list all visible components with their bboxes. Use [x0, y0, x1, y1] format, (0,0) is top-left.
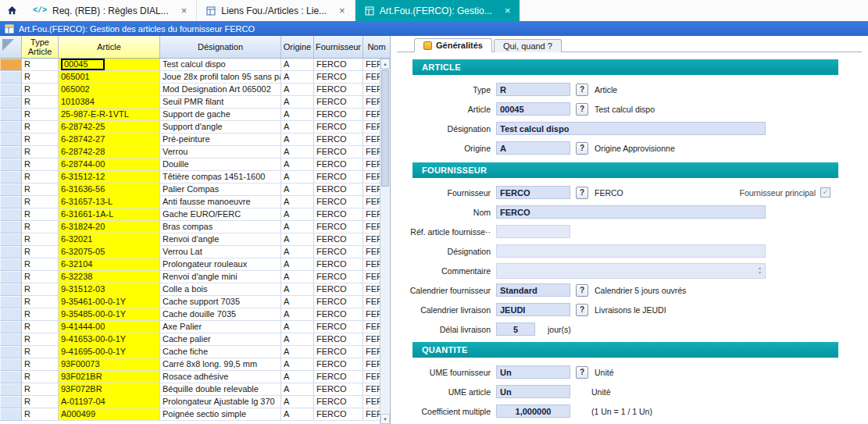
cell-type-article[interactable]: R [22, 109, 59, 121]
cell-type-article[interactable]: R [22, 308, 59, 321]
cell-origine[interactable]: A [281, 283, 314, 296]
table-row[interactable]: R 6-31636-56 Palier Compas A FERCO FERCO [0, 183, 390, 196]
cell-article[interactable]: 93F00073 [59, 358, 160, 371]
cell-article[interactable]: A-01197-04 [59, 396, 160, 408]
calendrier-livraison-field[interactable]: JEUDI [496, 303, 570, 316]
cell-article[interactable]: 25-987-E-R-1VTL [59, 109, 160, 121]
cell-origine[interactable]: A [281, 171, 314, 183]
row-selector[interactable] [0, 84, 22, 96]
cell-fournisseur[interactable]: FERCO [314, 358, 363, 371]
cell-article[interactable]: 6-31824-20 [59, 221, 160, 233]
cell-designation[interactable]: Poignée sectio simple [160, 408, 281, 421]
commentaire-scrollbar[interactable]: ▲ ▼ [758, 266, 762, 275]
cell-designation[interactable]: Cache support 7035 [160, 296, 281, 308]
cell-type-article[interactable]: R [22, 383, 59, 396]
row-selector[interactable] [0, 96, 22, 109]
row-selector[interactable] [0, 208, 22, 221]
cell-article[interactable]: 6-28742-27 [59, 134, 160, 146]
table-row[interactable]: R 9-31512-03 Colle a bois A FERCO FERCO [0, 283, 390, 296]
cell-origine[interactable]: A [281, 408, 314, 421]
origine-field[interactable]: A [496, 141, 570, 155]
cell-fournisseur[interactable]: FERCO [314, 396, 363, 408]
table-row[interactable]: R 6-28744-00 Douille A FERCO FERCO [0, 159, 390, 171]
cell-origine[interactable]: A [281, 233, 314, 246]
cell-designation[interactable]: Renvoi d'angle mini [160, 271, 281, 283]
cell-article[interactable]: 6-31512-12 [59, 171, 160, 183]
row-selector[interactable] [0, 246, 22, 258]
row-selector[interactable] [0, 271, 22, 283]
help-button[interactable]: ? [576, 366, 588, 379]
table-row[interactable]: R 9-41653-00-0-1Y Cache palier A FERCO F… [0, 333, 390, 346]
cell-fournisseur[interactable]: FERCO [314, 71, 363, 84]
cell-designation[interactable]: Béquille double relevable [160, 383, 281, 396]
table-row[interactable]: R 93F072BR Béquille double relevable A F… [0, 383, 390, 396]
cell-origine[interactable]: A [281, 383, 314, 396]
help-button[interactable]: ? [576, 304, 588, 316]
table-row[interactable]: R 6-31661-1A-L Gache EURO/FERC A FERCO F… [0, 208, 390, 221]
cell-origine[interactable]: A [281, 221, 314, 233]
cell-type-article[interactable]: R [22, 333, 59, 346]
cell-designation[interactable]: Prolongateur Ajustable lg 370 [160, 396, 281, 408]
cell-type-article[interactable]: R [22, 396, 59, 408]
cell-type-article[interactable]: R [22, 146, 59, 159]
help-button[interactable]: ? [576, 84, 588, 96]
table-row[interactable]: R 6-32238 Renvoi d'angle mini A FERCO FE… [0, 271, 390, 283]
table-row[interactable]: R 6-28742-27 Pré-peinture A FERCO FERCO [0, 134, 390, 146]
cell-fournisseur[interactable]: FERCO [314, 183, 363, 196]
cell-type-article[interactable]: R [22, 183, 59, 196]
table-row[interactable]: R 1010384 Seuil PMR filant A FERCO FERCO [0, 96, 390, 109]
cell-article[interactable]: 6-32104 [59, 258, 160, 271]
cell-article[interactable]: 6-28742-28 [59, 146, 160, 159]
tab-art-fou-ferco[interactable]: Art.Fou.(FERCO): Gestio... × [355, 0, 520, 21]
row-selector[interactable] [0, 408, 22, 421]
cell-fournisseur[interactable]: FERCO [314, 371, 363, 383]
cell-origine[interactable]: A [281, 333, 314, 346]
cell-fournisseur[interactable]: FERCO [314, 121, 363, 134]
cell-article[interactable]: 6-32075-05 [59, 246, 160, 258]
cell-fournisseur[interactable]: FERCO [314, 333, 363, 346]
cell-fournisseur[interactable]: FERCO [314, 346, 363, 358]
row-selector[interactable] [0, 171, 22, 183]
designation-fournisseur-field[interactable] [496, 244, 766, 258]
cell-designation[interactable]: Têtière compas 1451-1600 [160, 171, 281, 183]
cell-designation[interactable]: Seuil PMR filant [160, 96, 281, 109]
cell-designation[interactable]: Renvoi d'angle [160, 233, 281, 246]
cell-article[interactable]: 6-31657-13-L [59, 196, 160, 208]
cell-type-article[interactable]: R [22, 358, 59, 371]
header-fournisseur[interactable]: Fournisseur [314, 36, 363, 59]
cell-fournisseur[interactable]: FERCO [314, 208, 363, 221]
cell-type-article[interactable]: R [22, 283, 59, 296]
cell-origine[interactable]: A [281, 308, 314, 321]
row-selector[interactable] [0, 371, 22, 383]
cell-origine[interactable]: A [281, 121, 314, 134]
cell-article[interactable]: 1010384 [59, 96, 160, 109]
table-row[interactable]: R 6-32021 Renvoi d'angle A FERCO FERCO [0, 233, 390, 246]
table-row[interactable]: R 065001 Joue 28x profil talon 95 sans p… [0, 71, 390, 84]
help-button[interactable]: ? [576, 284, 588, 297]
coefficient-multiple-field[interactable]: 1,000000 [496, 404, 570, 418]
cell-origine[interactable]: A [281, 159, 314, 171]
cell-designation[interactable]: Axe Palier [160, 321, 281, 333]
cell-article[interactable]: 6-32021 [59, 233, 160, 246]
cell-designation[interactable]: Support d'angle [160, 121, 281, 134]
cell-designation[interactable]: Cache fiche [160, 346, 281, 358]
cell-article[interactable]: 6-32238 [59, 271, 160, 283]
cell-designation[interactable]: Colle a bois [160, 283, 281, 296]
header-nom[interactable]: Nom [363, 36, 390, 59]
cell-origine[interactable]: A [281, 196, 314, 208]
close-icon[interactable]: × [505, 5, 511, 16]
cell-designation[interactable]: Rosace adhésive [160, 371, 281, 383]
cell-origine[interactable]: A [281, 84, 314, 96]
row-selector[interactable] [0, 233, 22, 246]
cell-fournisseur[interactable]: FERCO [314, 283, 363, 296]
cell-type-article[interactable]: R [22, 134, 59, 146]
cell-type-article[interactable]: R [22, 208, 59, 221]
header-type-article[interactable]: Type Article [22, 36, 59, 59]
nom-field[interactable]: FERCO [496, 205, 766, 219]
header-origine[interactable]: Origine [281, 36, 314, 59]
cell-type-article[interactable]: R [22, 246, 59, 258]
cell-fournisseur[interactable]: FERCO [314, 408, 363, 421]
cell-designation[interactable]: Anti fausse manoeuvre [160, 196, 281, 208]
cell-origine[interactable]: A [281, 71, 314, 84]
row-selector[interactable] [0, 121, 22, 134]
